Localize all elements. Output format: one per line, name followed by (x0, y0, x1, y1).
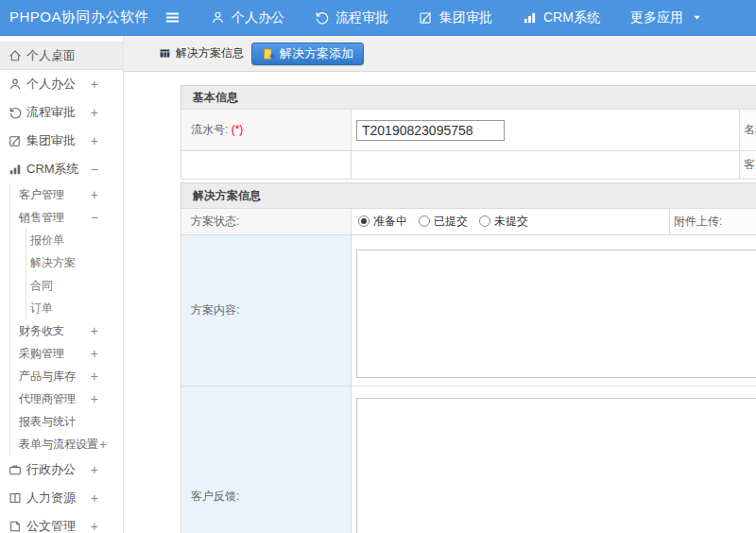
sidebar-item-order[interactable]: 订单 (0, 297, 123, 319)
sidebar-item-agent-mgmt[interactable]: 代理商管理+ (0, 387, 123, 410)
chart-icon (9, 163, 22, 176)
top-nav-workflow-approval[interactable]: 流程审批 (300, 0, 404, 36)
sidebar-item-personal-desktop[interactable]: 个人桌面 (0, 42, 123, 70)
status-option-0[interactable]: 准备中 (358, 214, 407, 230)
status-label-cell: 方案状态: (181, 209, 352, 235)
tab-bar: 解决方案信息 解决方案添加 (124, 36, 756, 72)
tab-solution-add-label: 解决方案添加 (280, 45, 353, 62)
sidebar-item-label: 个人桌面 (26, 47, 76, 64)
collapse-minus-icon[interactable]: − (91, 210, 98, 225)
top-nav-label: 流程审批 (335, 9, 388, 26)
undo-icon (9, 106, 22, 119)
customer-feedback-label: 客户反馈: (191, 490, 239, 503)
chevron-down-icon (692, 12, 702, 23)
app-logo: PHPOA协同办公软件 (0, 9, 151, 26)
customer-feedback-textarea[interactable] (356, 398, 756, 533)
sidebar-item-label: 流程审批 (26, 104, 76, 121)
top-nav-label: 个人办公 (232, 9, 284, 26)
sidebar-item-admin-office[interactable]: 行政办公+ (0, 456, 123, 484)
top-nav-group-approval[interactable]: 集团审批 (404, 0, 507, 36)
sidebar-item-label: 个人办公 (26, 76, 76, 93)
radio-option-label: 准备中 (373, 214, 407, 230)
expand-plus-icon[interactable]: + (91, 346, 98, 361)
sidebar-item-label: 财务收支 (19, 323, 64, 339)
feedback-textarea-cell (352, 387, 756, 533)
sidebar-item-personal-office[interactable]: 个人办公+ (0, 70, 123, 98)
basic-info-section-header: 基本信息 (180, 85, 756, 110)
status-option-2[interactable]: 未提交 (479, 214, 528, 230)
top-navigation-bar: PHPOA协同办公软件 个人办公流程审批集团审批CRM系统更多应用 (0, 0, 756, 36)
status-radio-group: 准备中已提交未提交 (352, 209, 670, 235)
expand-plus-icon[interactable]: + (91, 490, 98, 506)
chart-icon (523, 10, 537, 25)
user-icon (211, 10, 225, 25)
sidebar-item-quotation[interactable]: 报价单 (0, 229, 123, 251)
sidebar-item-purchase-mgmt[interactable]: 采购管理+ (0, 342, 123, 365)
radio-unchecked-icon[interactable] (479, 215, 490, 227)
expand-plus-icon[interactable]: + (91, 462, 98, 477)
serial-number-input-cell (352, 110, 740, 151)
sidebar-item-contract[interactable]: 合同 (0, 274, 123, 297)
table-row: 客户反馈: (181, 387, 756, 533)
top-nav-label: CRM系统 (543, 9, 600, 26)
sidebar-item-reports-statistics[interactable]: 报表与统计 (0, 410, 123, 433)
empty-input-cell (352, 151, 740, 180)
expand-plus-icon[interactable]: + (91, 187, 98, 202)
tab-solution-info[interactable]: 解决方案信息 (159, 45, 244, 61)
radio-unchecked-icon[interactable] (419, 215, 430, 227)
empty-label-cell (181, 151, 352, 180)
solution-info-table: 方案状态: 准备中已提交未提交 附件上传: 方案内容: (180, 208, 756, 533)
form-content-area: 基本信息 流水号: (*) 名称 (124, 72, 756, 533)
sidebar-item-label: 客户管理 (19, 187, 64, 203)
sidebar-item-solution[interactable]: 解决方案 (0, 251, 123, 274)
top-nav-crm-system[interactable]: CRM系统 (507, 0, 615, 36)
status-option-1[interactable]: 已提交 (419, 214, 468, 230)
radio-checked-icon[interactable] (358, 215, 369, 227)
sidebar-item-label: 解决方案 (30, 255, 76, 271)
top-nav-more-apps[interactable]: 更多应用 (615, 0, 717, 36)
collapse-minus-icon[interactable]: − (91, 162, 98, 177)
sidebar-item-crm-system[interactable]: CRM系统− (0, 155, 123, 183)
sidebar-item-label: 集团审批 (26, 132, 76, 149)
sidebar-item-form-workflow-settings[interactable]: 表单与流程设置+ (0, 433, 123, 456)
sidebar-item-label: CRM系统 (26, 161, 79, 178)
sidebar-item-finance[interactable]: 财务收支+ (0, 319, 123, 342)
sidebar-item-label: 订单 (30, 301, 53, 317)
required-mark: (*) (232, 123, 244, 136)
expand-plus-icon[interactable]: + (91, 369, 98, 384)
sidebar-item-label: 公文管理 (26, 518, 76, 533)
doc-icon (9, 520, 22, 533)
sidebar-item-label: 销售管理 (19, 210, 64, 226)
solution-content-textarea[interactable] (356, 249, 756, 378)
expand-plus-icon[interactable]: + (91, 133, 98, 148)
expand-plus-icon[interactable]: + (91, 519, 98, 533)
solution-info-section-header: 解决方案信息 (180, 182, 756, 209)
name-label: 名称 (744, 123, 756, 136)
tab-solution-add-button[interactable]: 解决方案添加 (251, 43, 364, 65)
book-icon (9, 491, 22, 505)
table-grid-icon (159, 47, 171, 60)
sidebar-item-human-resources[interactable]: 人力资源+ (0, 484, 123, 512)
feedback-label-cell: 客户反馈: (181, 387, 352, 533)
sidebar-item-label: 采购管理 (19, 346, 64, 362)
content-label-cell: 方案内容: (181, 235, 352, 387)
sidebar-item-sales-mgmt[interactable]: 销售管理− (0, 206, 123, 229)
expand-plus-icon[interactable]: + (91, 105, 98, 120)
sidebar-item-product-inventory[interactable]: 产品与库存+ (0, 365, 123, 387)
customer-label: 客户 (744, 158, 756, 171)
sidebar-item-group-approval[interactable]: 集团审批+ (0, 127, 123, 155)
expand-plus-icon[interactable]: + (91, 77, 98, 92)
expand-plus-icon[interactable]: + (91, 323, 98, 338)
briefcase-icon (9, 463, 22, 476)
top-nav-personal-office[interactable]: 个人办公 (196, 0, 300, 36)
tab-solution-info-label: 解决方案信息 (176, 45, 244, 61)
expand-plus-icon[interactable]: + (99, 437, 107, 452)
expand-plus-icon[interactable]: + (91, 391, 98, 406)
sidebar-item-workflow-approval[interactable]: 流程审批+ (0, 98, 123, 127)
edit-icon (9, 134, 22, 147)
serial-number-input[interactable] (356, 120, 505, 141)
sidebar-item-document-mgmt[interactable]: 公文管理+ (0, 512, 123, 533)
radio-option-label: 未提交 (494, 214, 528, 230)
sidebar-item-customer-mgmt[interactable]: 客户管理+ (0, 183, 123, 206)
hamburger-menu-icon[interactable] (164, 9, 180, 26)
